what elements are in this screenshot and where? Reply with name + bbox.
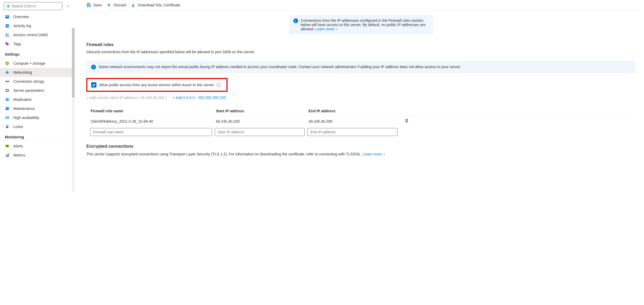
high-availability-icon [5,115,10,120]
sidebar-item-high-availability[interactable]: High availability [0,113,75,122]
sidebar-item-label: Connection strings [13,79,44,84]
svg-rect-14 [6,126,8,128]
sidebar-item-maintenance[interactable]: Maintenance [0,104,75,113]
svg-rect-20 [88,5,90,7]
sidebar-item-label: Access control (IAM) [13,33,48,37]
svg-rect-18 [8,154,9,157]
sidebar-item-label: Alerts [13,144,23,148]
col-header-end-ip: End IP address [309,109,401,113]
main-content: Save Discard Download SSL Certificate i … [75,0,644,192]
add-current-ip-button[interactable]: + Add current client IP address ( 49.245… [86,96,167,100]
activity-log-icon [5,23,10,28]
learn-more-link[interactable]: Learn more ↗ [315,27,338,31]
sidebar-item-label: Overview [13,15,29,19]
networking-icon [5,70,10,75]
svg-point-6 [7,34,9,35]
external-link-icon: ↗ [383,153,385,156]
sidebar-item-access-control[interactable]: Access control (IAM) [0,30,75,39]
encrypted-text: This server supports encrypted connectio… [86,152,363,156]
cell-end-ip: 49.245.40.200 [309,119,401,123]
sidebar-item-locks[interactable]: Locks [0,122,75,131]
sidebar-item-label: Locks [13,125,23,129]
allow-azure-checkbox[interactable] [91,82,96,88]
sidebar-item-metrics[interactable]: Metrics [0,151,75,160]
save-icon [86,3,91,7]
gear-icon [5,88,10,93]
toolbar: Save Discard Download SSL Certificate [86,0,642,11]
sidebar-item-label: Activity log [13,24,31,28]
allow-azure-access-highlight: Allow public access from any Azure servi… [86,78,228,92]
sidebar-item-activity-log[interactable]: Activity log [0,21,75,30]
discard-icon [107,3,111,7]
info-text: Some network environments may not report… [99,65,461,69]
sidebar-item-label: Networking [13,70,32,75]
sidebar-item-label: Server parameters [13,88,44,93]
discard-label: Discard [114,3,126,7]
add-any-ip-button[interactable]: + Add 0.0.0.0 - 255.255.255.255 [172,96,226,100]
svg-rect-0 [5,15,9,18]
sidebar-item-label: Replication [13,97,32,102]
sidebar-nav: Overview Activity log Access control (IA… [0,12,75,192]
maintenance-icon [5,106,10,111]
col-header-rule-name: Firewall rule name [91,109,216,113]
new-rule-end-ip-input[interactable] [307,128,398,136]
table-row: ClientIPAddress_2021-2-28_15-56-40 49.24… [86,116,635,126]
compute-icon [5,61,10,66]
sidebar-item-replication[interactable]: Replication [0,95,75,104]
svg-rect-12 [6,117,7,119]
people-icon [5,32,10,37]
info-banner-firewall-access: i Connections from the IP addresses conf… [289,15,433,34]
svg-rect-19 [88,3,89,5]
save-button[interactable]: Save [86,3,102,7]
sidebar-item-tags[interactable]: Tags [0,39,75,48]
svg-rect-17 [7,154,8,157]
discard-button[interactable]: Discard [107,3,126,7]
encrypted-connections-section: Encrypted connections This server suppor… [86,144,635,157]
learn-more-link[interactable]: Learn more ↗ [363,152,385,156]
svg-rect-15 [6,145,9,147]
encrypted-heading: Encrypted connections [86,144,635,149]
sidebar: « Overview Activity log [0,0,75,192]
new-rule-start-ip-input[interactable] [215,128,305,136]
sidebar-collapse-button[interactable]: « [64,4,71,8]
download-icon [131,3,136,7]
info-icon: i [293,18,298,23]
sidebar-section-settings: Settings [0,48,71,58]
metrics-icon [5,153,10,158]
search-input[interactable] [11,4,60,8]
sidebar-item-compute-storage[interactable]: Compute + storage [0,59,75,68]
help-icon[interactable]: i [217,83,221,87]
cell-start-ip: 49.245.40.200 [216,119,309,123]
svg-rect-11 [6,108,8,109]
info-icon: i [91,65,96,69]
firewall-rules-table: Firewall rule name Start IP address End … [86,107,635,136]
sidebar-section-monitoring: Monitoring [0,131,71,141]
sidebar-item-alerts[interactable]: Alerts [0,142,75,151]
sidebar-item-networking[interactable]: Networking [0,68,75,77]
svg-point-5 [6,34,7,35]
sidebar-scrollbar[interactable] [72,28,75,192]
sidebar-item-label: Compute + storage [13,61,45,65]
svg-rect-1 [6,16,9,17]
delete-rule-button[interactable] [401,119,412,124]
sidebar-item-overview[interactable]: Overview [0,12,75,21]
alerts-icon [5,144,10,149]
connection-icon [5,79,10,84]
external-link-icon: ↗ [335,28,338,31]
sidebar-scrollbar-thumb[interactable] [72,28,75,97]
save-label: Save [93,3,102,7]
new-rule-name-input[interactable] [90,128,212,136]
svg-rect-10 [6,107,9,110]
tag-icon [5,42,10,46]
sidebar-item-server-parameters[interactable]: Server parameters [0,86,75,95]
globe-icon [5,97,10,102]
allow-azure-label: Allow public access from any Azure servi… [99,83,214,87]
col-header-start-ip: Start IP address [216,109,309,113]
download-ssl-button[interactable]: Download SSL Certificate [131,3,180,7]
svg-point-8 [7,63,8,64]
sidebar-item-label: Tags [13,42,21,46]
overview-icon [5,14,10,19]
search-box[interactable] [4,2,62,10]
svg-rect-13 [7,117,9,119]
sidebar-item-connection-strings[interactable]: Connection strings [0,77,75,86]
